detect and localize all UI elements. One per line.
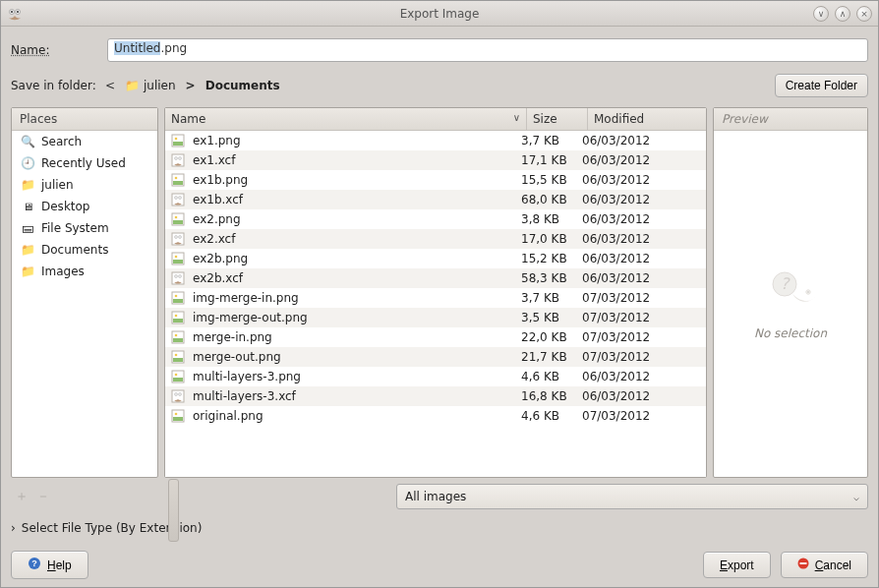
help-button[interactable]: ? Help [11,551,88,579]
column-size[interactable]: Size [527,108,588,130]
file-modified: 06/03/2012 [582,389,700,403]
remove-place-icon[interactable]: － [36,488,50,505]
file-size: 3,8 KB [521,212,582,226]
folder-icon [20,243,35,257]
file-type-icon [171,212,187,226]
file-size: 3,7 KB [521,291,582,305]
file-row[interactable]: ex1b.xcf68,0 KB06/03/2012 [165,190,706,209]
name-input[interactable]: Untitled.png [107,38,868,62]
svg-point-27 [179,275,182,278]
svg-point-20 [175,236,178,239]
svg-rect-35 [173,338,183,342]
window-title: Export Image [1,7,878,21]
file-row[interactable]: ex2.xcf17,0 KB06/03/2012 [165,229,706,249]
svg-rect-38 [173,358,183,362]
file-modified: 07/03/2012 [582,409,700,423]
places-panel: Places SearchRecently UsedjulienDesktopF… [11,107,158,478]
file-name: ex1b.xcf [193,193,521,206]
minimize-button[interactable]: ∨ [813,6,829,22]
places-item-label: Search [41,135,82,148]
places-item-images[interactable]: Images [12,261,157,282]
file-row[interactable]: ex2b.png15,2 KB06/03/2012 [165,249,706,268]
file-modified: 06/03/2012 [582,370,700,383]
create-folder-button[interactable]: Create Folder [775,74,868,97]
breadcrumb-documents[interactable]: Documents [198,77,288,94]
breadcrumb-separator-icon: > [184,79,198,92]
file-name: ex2b.png [193,252,521,265]
file-modified: 07/03/2012 [582,330,700,344]
file-size: 15,5 KB [521,173,582,187]
maximize-button[interactable]: ∧ [835,6,850,22]
add-place-icon[interactable]: ＋ [15,488,29,505]
column-modified[interactable]: Modified [588,108,706,130]
file-row[interactable]: ex2b.xcf58,3 KB06/03/2012 [165,268,706,288]
preview-empty-text: No selection [754,326,827,340]
file-type-icon [171,389,187,403]
breadcrumb-back-icon[interactable]: < [103,79,117,92]
places-item-search[interactable]: Search [12,131,157,152]
file-type-icon [171,311,187,324]
file-type-icon [171,232,187,246]
svg-point-6 [175,138,178,141]
file-row[interactable]: ex1.xcf17,1 KB06/03/2012 [165,150,706,170]
svg-rect-23 [173,260,183,264]
file-type-icon [171,271,187,285]
file-row[interactable]: img-merge-in.png3,7 KB07/03/2012 [165,288,706,308]
svg-point-42 [175,374,178,377]
export-button[interactable]: Export [703,552,771,578]
file-row[interactable]: multi-layers-3.xcf16,8 KB06/03/2012 [165,386,706,406]
svg-point-9 [179,157,182,160]
column-name[interactable]: Name ∨ [165,108,527,130]
svg-point-3 [17,11,19,13]
svg-rect-29 [173,299,183,303]
file-type-icon [171,153,187,167]
file-list[interactable]: ex1.png3,7 KB06/03/2012ex1.xcf17,1 KB06/… [165,131,706,477]
scrollbar-thumb[interactable] [168,479,179,542]
file-row[interactable]: ex2.png3,8 KB06/03/2012 [165,209,706,229]
filetype-expander[interactable]: › Select File Type (By Extension) [11,519,868,537]
places-item-recently-used[interactable]: Recently Used [12,152,157,174]
file-row[interactable]: ex1.png3,7 KB06/03/2012 [165,131,706,150]
expander-chevron-icon: › [11,521,16,535]
file-row[interactable]: merge-out.png21,7 KB07/03/2012 [165,347,706,367]
svg-point-12 [175,177,178,180]
file-row[interactable]: multi-layers-3.png4,6 KB06/03/2012 [165,367,706,386]
close-button[interactable]: × [856,6,872,22]
desktop-icon [20,200,35,213]
file-size: 16,8 KB [521,389,582,403]
svg-point-18 [175,216,178,219]
places-item-documents[interactable]: Documents [12,239,157,261]
places-item-label: Desktop [41,200,90,213]
svg-point-33 [175,315,178,318]
svg-point-26 [175,275,178,278]
breadcrumb-julien[interactable]: julien [117,77,184,94]
places-item-desktop[interactable]: Desktop [12,196,157,217]
titlebar: Export Image ∨ ∧ × [1,1,878,27]
file-size: 17,0 KB [521,232,582,246]
file-row[interactable]: merge-in.png22,0 KB07/03/2012 [165,327,706,347]
sort-indicator-icon: ∨ [513,112,520,123]
file-modified: 06/03/2012 [582,153,700,167]
file-size: 68,0 KB [521,193,582,206]
file-modified: 06/03/2012 [582,173,700,187]
file-type-icon [171,134,187,147]
path-row: Save in folder: < julien > Documents Cre… [11,74,868,97]
cancel-button[interactable]: Cancel [781,552,868,578]
svg-point-24 [175,256,178,259]
file-row[interactable]: ex1b.png15,5 KB06/03/2012 [165,170,706,190]
file-name: img-merge-out.png [193,311,521,324]
file-name: ex1b.png [193,173,521,187]
drive-icon [20,221,35,235]
places-item-label: Documents [41,243,108,257]
file-size: 58,3 KB [521,271,582,285]
places-item-file-system[interactable]: File System [12,217,157,239]
file-row[interactable]: original.png4,6 KB07/03/2012 [165,406,706,426]
file-row[interactable]: img-merge-out.png3,5 KB07/03/2012 [165,308,706,327]
cancel-icon [797,558,809,572]
places-item-julien[interactable]: julien [12,174,157,196]
svg-rect-41 [173,378,183,382]
file-type-icon [171,252,187,265]
file-type-icon [171,409,187,423]
svg-point-8 [175,157,178,160]
file-filter-combo[interactable]: All images ⌵ [396,484,868,509]
